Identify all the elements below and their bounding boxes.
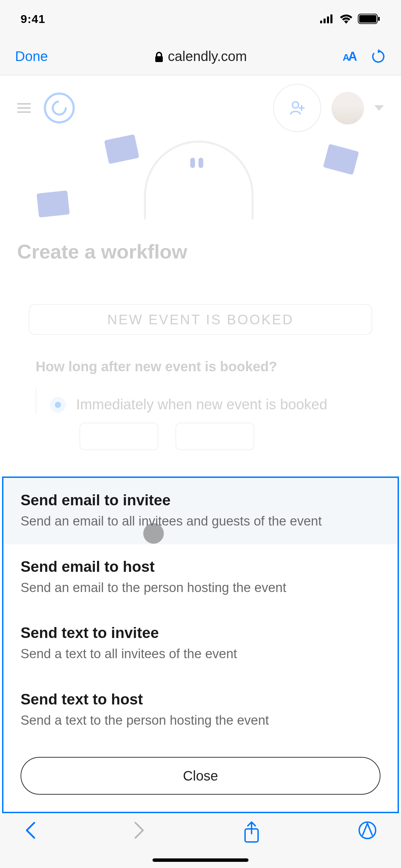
wifi-icon	[339, 14, 353, 24]
close-button[interactable]: Close	[21, 757, 380, 795]
hamburger-menu[interactable]	[17, 103, 31, 113]
nav-forward-button	[133, 821, 146, 840]
sheet-item-send-text-invitee[interactable]: Send text to invitee Send a text to all …	[3, 611, 398, 677]
safari-tabs-button[interactable]	[358, 821, 377, 840]
chevron-down-icon[interactable]	[374, 105, 384, 111]
radio-label: Immediately when new event is booked	[76, 395, 327, 414]
action-sheet: Send email to invitee Send an email to a…	[2, 477, 399, 813]
svg-rect-5	[359, 15, 376, 23]
sheet-item-send-email-host[interactable]: Send email to host Send an email to the …	[3, 544, 398, 611]
radio-selected-icon	[50, 397, 66, 413]
svg-rect-7	[155, 56, 163, 62]
sheet-item-desc: Send an email to all invitees and guests…	[21, 513, 380, 530]
svg-rect-6	[378, 17, 380, 21]
battery-icon	[358, 14, 380, 24]
sheet-item-title: Send email to host	[21, 558, 380, 575]
sheet-item-send-text-host[interactable]: Send text to host Send a text to the per…	[3, 677, 398, 743]
safari-top-bar: Done calendly.com AA	[0, 38, 401, 75]
delay-unit-input[interactable]	[175, 423, 254, 450]
delay-amount-input[interactable]	[80, 423, 158, 450]
sheet-item-send-email-invitee[interactable]: Send email to invitee Send an email to a…	[3, 478, 398, 544]
lock-icon	[154, 52, 164, 61]
safari-bottom-bar	[0, 813, 401, 868]
reload-button[interactable]	[371, 49, 386, 64]
trigger-select[interactable]: New event is booked	[29, 304, 372, 335]
illustration	[17, 137, 384, 213]
invite-user-button[interactable]	[273, 84, 321, 132]
sheet-item-desc: Send a text to the person hosting the ev…	[21, 712, 380, 729]
page-title: Create a workflow	[17, 240, 384, 263]
svg-rect-1	[324, 19, 326, 23]
svg-rect-3	[330, 14, 332, 23]
status-time: 9:41	[21, 12, 45, 26]
text-size-button[interactable]: AA	[343, 49, 356, 64]
svg-point-8	[292, 102, 299, 108]
sheet-item-desc: Send a text to all invitees of the event	[21, 646, 380, 662]
sheet-item-title: Send text to invitee	[21, 624, 380, 641]
share-button[interactable]	[242, 821, 261, 843]
status-bar: 9:41	[0, 0, 401, 38]
avatar[interactable]	[331, 92, 364, 124]
radio-immediately[interactable]: Immediately when new event is booked	[36, 388, 365, 414]
calendly-logo[interactable]	[44, 93, 75, 123]
done-button[interactable]: Done	[15, 49, 84, 64]
cellular-icon	[320, 14, 335, 23]
svg-rect-0	[320, 21, 322, 23]
sheet-item-title: Send email to invitee	[21, 492, 380, 509]
address-bar[interactable]: calendly.com	[90, 49, 311, 64]
svg-rect-2	[327, 16, 329, 23]
home-indicator	[153, 858, 248, 862]
url-text: calendly.com	[168, 49, 247, 64]
delay-question: How long after new event is booked?	[36, 359, 365, 374]
nav-back-button[interactable]	[24, 821, 36, 840]
sheet-item-title: Send text to host	[21, 691, 380, 708]
sheet-item-desc: Send an email to the person hosting the …	[21, 579, 380, 596]
delay-inputs	[36, 423, 365, 450]
app-header	[17, 86, 384, 130]
